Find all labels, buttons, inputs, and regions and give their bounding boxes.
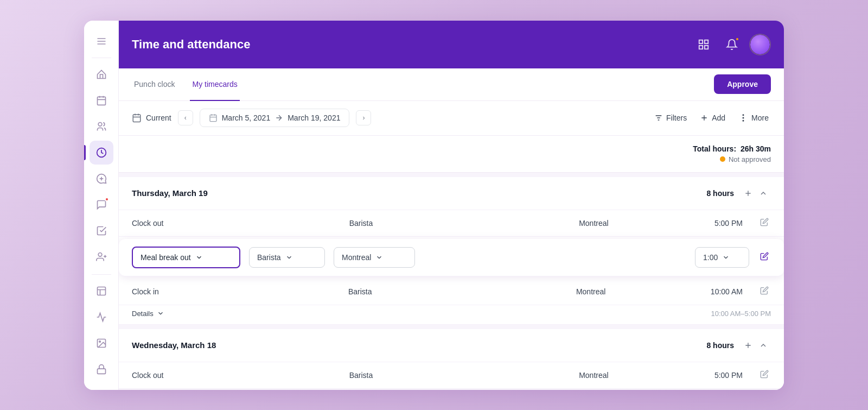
sidebar-item-chat[interactable] <box>90 193 113 217</box>
day-add-wednesday[interactable] <box>741 338 756 353</box>
entry-role-meal-break: Barista <box>257 253 281 262</box>
dropdown-chevron-location <box>375 254 383 261</box>
approve-button[interactable]: Approve <box>714 74 771 94</box>
entry-clock-out-thursday: Clock out Barista Montreal 5:00 PM <box>119 210 784 237</box>
total-value: 26h 30m <box>741 144 771 153</box>
day-section-thursday: Thursday, March 19 8 hours Clock out Bar… <box>119 177 784 325</box>
entry-type-meal-break: Meal break out <box>141 253 191 262</box>
sidebar-item-lock[interactable] <box>90 357 113 381</box>
entry-type-dropdown[interactable]: Meal break out <box>132 247 240 268</box>
edit-wed-clock-out-button[interactable] <box>758 370 771 381</box>
arrow-right-icon <box>275 113 283 122</box>
page-title: Time and attendance <box>132 37 693 52</box>
sidebar-item-menu[interactable] <box>90 29 113 53</box>
sidebar <box>84 21 119 390</box>
edit-clock-out-button[interactable] <box>758 218 771 229</box>
tabs-bar: Punch clock My timecards Approve <box>119 68 784 101</box>
tab-punch-clock[interactable]: Punch clock <box>132 68 177 101</box>
sidebar-item-analytics[interactable] <box>90 305 113 329</box>
plus-icon <box>700 113 709 122</box>
svg-point-17 <box>99 340 100 342</box>
sidebar-item-image[interactable] <box>90 331 113 355</box>
dropdown-chevron-time <box>722 254 730 261</box>
svg-rect-14 <box>97 287 105 295</box>
day-collapse-thursday[interactable] <box>756 186 771 201</box>
dropdown-chevron-role <box>285 254 293 261</box>
not-approved-dot <box>720 156 725 162</box>
user-avatar[interactable] <box>749 34 771 55</box>
date-nav-bar: Current ‹ March 5, 2021 March 19, 2021 ›… <box>119 101 784 136</box>
dropdown-chevron-type <box>195 254 203 261</box>
next-period-button[interactable]: › <box>356 110 371 125</box>
details-label: Details <box>132 310 154 318</box>
entry-location-dropdown[interactable]: Montreal <box>334 247 415 268</box>
entry-location-clock-out: Montreal <box>482 219 706 228</box>
edit-clock-in-button[interactable] <box>758 286 771 297</box>
svg-rect-22 <box>705 45 708 48</box>
date-nav-actions: Filters Add More <box>652 110 771 126</box>
day-section-wednesday: Wednesday, March 18 8 hours Clock out Ba… <box>119 329 784 389</box>
entry-location-meal-break: Montreal <box>342 253 371 262</box>
entry-meal-break-editing: Meal break out Barista Montreal 1:00 <box>119 239 784 276</box>
more-icon <box>738 113 748 123</box>
sidebar-item-people[interactable] <box>90 115 113 138</box>
svg-point-38 <box>743 117 744 118</box>
tab-my-timecards[interactable]: My timecards <box>190 68 239 101</box>
day-collapse-wednesday[interactable] <box>756 338 771 353</box>
entry-time-meal-break: 1:00 <box>703 253 718 262</box>
entry-type-wed-clock-out: Clock out <box>132 371 240 380</box>
svg-rect-3 <box>97 97 105 105</box>
add-button[interactable]: Add <box>698 110 727 125</box>
details-button-thursday[interactable]: Details <box>132 310 164 318</box>
content-area: Current ‹ March 5, 2021 March 19, 2021 ›… <box>119 101 784 390</box>
day-add-thursday[interactable] <box>741 186 756 201</box>
svg-point-39 <box>743 121 744 122</box>
entry-type-clock-out: Clock out <box>132 219 240 228</box>
header-icons <box>693 34 771 55</box>
bell-icon[interactable] <box>721 34 743 55</box>
svg-point-7 <box>98 122 102 126</box>
day-header-thursday: Thursday, March 19 8 hours <box>119 177 784 210</box>
entry-location-wed-clock-out: Montreal <box>482 371 706 380</box>
svg-rect-23 <box>133 115 141 122</box>
more-button[interactable]: More <box>736 110 771 126</box>
entry-role-clock-out: Barista <box>249 219 473 228</box>
not-approved-label: Not approved <box>729 155 771 163</box>
prev-period-button[interactable]: ‹ <box>178 110 193 125</box>
svg-rect-20 <box>705 40 708 43</box>
edit-meal-break-button[interactable] <box>758 252 771 263</box>
details-time-thursday: 10:00 AM–5:00 PM <box>711 310 771 318</box>
sidebar-item-checklist[interactable] <box>90 219 113 243</box>
filter-icon <box>654 113 663 122</box>
entry-time-wed-clock-out: 5:00 PM <box>714 371 743 380</box>
day-header-wednesday: Wednesday, March 18 8 hours <box>119 329 784 362</box>
entry-role-dropdown[interactable]: Barista <box>249 247 325 268</box>
sidebar-item-usermanage[interactable] <box>90 245 113 269</box>
entry-location-clock-in: Montreal <box>480 287 701 296</box>
entry-clock-in-thursday: Clock in Barista Montreal 10:00 AM <box>119 279 784 305</box>
svg-point-37 <box>743 115 744 116</box>
filters-label: Filters <box>666 113 687 122</box>
total-hours: Total hours: 26h 30m <box>693 144 771 153</box>
date-range-picker[interactable]: March 5, 2021 March 19, 2021 <box>200 109 350 127</box>
filters-button[interactable]: Filters <box>652 110 689 125</box>
sidebar-item-announce[interactable] <box>90 167 113 191</box>
grid-icon[interactable] <box>693 34 714 55</box>
entry-time-clock-in: 10:00 AM <box>711 287 743 296</box>
more-label: More <box>751 113 769 122</box>
sidebar-item-reports[interactable] <box>90 279 113 303</box>
sidebar-item-calendar[interactable] <box>90 89 113 112</box>
current-button[interactable]: Current <box>132 110 171 126</box>
date-range-icon <box>209 113 218 122</box>
svg-rect-21 <box>699 45 703 48</box>
date-end: March 19, 2021 <box>288 113 340 122</box>
day-title-wednesday: Wednesday, March 18 <box>132 340 706 350</box>
svg-rect-27 <box>210 115 216 122</box>
entry-time-dropdown[interactable]: 1:00 <box>695 247 749 268</box>
entry-role-wed-clock-out: Barista <box>249 371 473 380</box>
sidebar-item-timeattendance[interactable] <box>90 141 113 165</box>
svg-rect-18 <box>97 369 105 374</box>
svg-rect-19 <box>699 40 703 43</box>
sidebar-item-home[interactable] <box>90 62 113 86</box>
svg-point-11 <box>98 253 102 256</box>
